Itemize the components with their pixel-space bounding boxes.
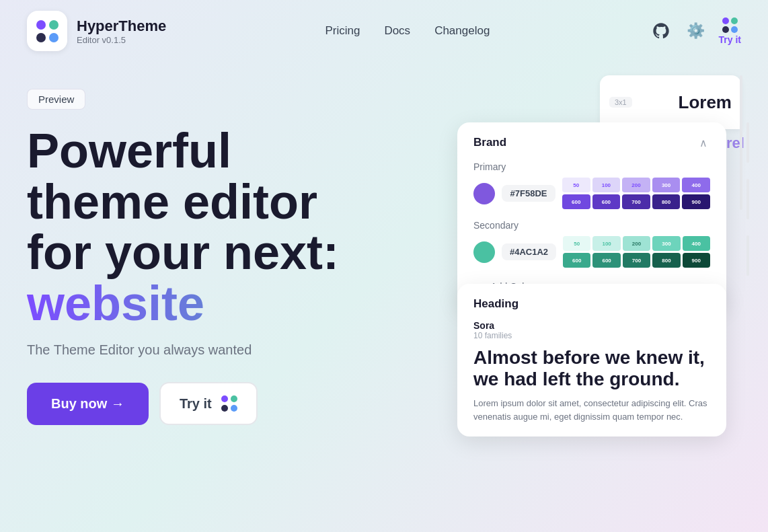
scroll-bar-2 [746,179,749,219]
try-it-nav-button[interactable]: Try it [719,17,741,45]
panel-top-size: 3x1 [609,97,632,108]
try-dot-3 [722,26,729,33]
try-it-button-dots [221,395,237,412]
primary-swatch[interactable] [473,183,495,204]
sec-shade-100: 100 [592,236,620,251]
settings-icon[interactable]: ⚙️ [684,19,708,43]
logo-dot-3 [36,33,46,42]
heading-line3: for your next: [27,225,339,279]
btn-dot-4 [231,405,237,412]
primary-shades-top: 50 100 200 300 400 [562,178,710,192]
shade-400: 400 [682,178,710,192]
shade-300: 300 [652,178,681,192]
heading-panel-title: Heading [473,297,710,311]
primary-label: Primary [473,161,710,172]
try-it-nav-label: Try it [719,34,741,45]
sec-shade-200: 200 [623,236,650,251]
panel-brand-title: Brand [473,136,506,149]
secondary-shades-top: 50 100 200 300 400 [563,236,710,251]
btn-dot-1 [221,395,228,402]
nav-right: ⚙️ Try it [649,17,741,45]
nav-left: HyperTheme Editor v0.1.5 [27,11,166,51]
nav-changelog[interactable]: Changelog [434,24,490,38]
shade-100: 100 [592,178,621,192]
try-it-dots [722,17,738,33]
try-it-button-label: Try it [180,396,212,412]
nav-docs[interactable]: Docs [384,24,410,38]
btn-dot-3 [221,405,228,412]
partial-text-right: rel [726,135,746,152]
sec-shade-900: 900 [683,253,710,268]
hero-left: Preview Powerful theme editor for your n… [27,82,444,425]
font-meta: Sora 10 families [473,320,710,340]
secondary-shades-container: 50 100 200 300 400 600 600 700 800 900 [563,236,710,268]
hero-right: 3x1 Lorem rel Brand ∧ Primary #7F58DE [430,75,741,425]
hero-section: Preview Powerful theme editor for your n… [0,62,768,425]
primary-shades-bottom: 600 600 700 800 900 [562,194,710,209]
scroll-bar-1 [746,122,749,163]
right-decorators [737,75,742,210]
secondary-content: #4AC1A2 50 100 200 300 400 600 600 700 [473,236,710,268]
logo [27,11,67,51]
font-families: 10 families [473,331,710,340]
sec-shade-800: 800 [652,253,680,268]
panel-heading: Heading Sora 10 families Almost before w… [457,284,726,436]
sec-shade-300: 300 [652,236,680,251]
nav-links: Pricing Docs Changelog [325,24,490,38]
buy-now-button[interactable]: Buy now → [27,383,149,425]
heading-line1: Powerful [27,124,231,178]
primary-shades-container: 50 100 200 300 400 600 600 700 800 900 [562,178,710,209]
logo-dot-2 [49,20,59,30]
shade-700: 700 [622,194,650,209]
sec-shade-600b: 600 [592,253,620,268]
try-dot-4 [731,26,738,33]
primary-content: #7F58DE 50 100 200 300 400 600 600 700 [473,178,710,209]
chevron-up-icon[interactable]: ∧ [697,136,710,149]
try-dot-2 [731,17,738,24]
try-it-button[interactable]: Try it [159,382,258,425]
shade-50: 50 [562,178,590,192]
sec-shade-700: 700 [623,253,650,268]
font-preview-body: Lorem ipsum dolor sit amet, consectetur … [473,397,710,423]
nav-pricing[interactable]: Pricing [325,24,360,38]
panel-brand-header: Brand ∧ [473,136,710,149]
shade-600a: 600 [562,194,590,209]
btn-dot-2 [231,395,237,402]
navbar: HyperTheme Editor v0.1.5 Pricing Docs Ch… [0,0,768,62]
scroll-bar-3 [746,235,749,276]
v-bar-1 [740,75,742,210]
sec-shade-600a: 600 [563,253,590,268]
shade-600b: 600 [592,194,621,209]
primary-hex[interactable]: #7F58DE [502,185,555,202]
sec-shade-50: 50 [563,236,590,251]
font-preview-text: Almost before we knew it, we had left th… [473,347,710,390]
primary-color-row: Primary #7F58DE 50 100 200 300 400 6 [473,161,710,209]
hero-buttons: Buy now → Try it [27,382,444,425]
panel-top-strip: 3x1 Lorem [600,75,741,129]
brand-version: Editor v0.1.5 [77,35,166,45]
heading-line2: theme editor [27,175,317,229]
secondary-shades-bottom: 600 600 700 800 900 [563,253,710,268]
hero-animated-word: website [27,278,444,330]
logo-dot-4 [49,33,59,42]
secondary-hex[interactable]: #4AC1A2 [502,243,556,260]
try-dot-1 [722,17,729,24]
secondary-swatch[interactable] [473,241,495,263]
shade-900: 900 [682,194,710,209]
secondary-label: Secondary [473,220,710,231]
scrollbar-decorators [746,122,749,276]
brand-name: HyperTheme [77,17,166,35]
preview-badge: Preview [27,89,85,110]
github-icon[interactable] [649,19,673,43]
hero-heading: Powerful theme editor for your next: web… [27,126,444,329]
logo-dots [36,20,59,42]
panel-top-lorem: Lorem [679,92,732,113]
shade-200: 200 [622,178,650,192]
logo-dot-1 [36,20,46,30]
shade-800: 800 [652,194,681,209]
brand-text: HyperTheme Editor v0.1.5 [77,17,166,45]
hero-subtext: The Theme Editor you always wanted [27,342,444,358]
font-name: Sora [473,320,710,331]
sec-shade-400: 400 [683,236,710,251]
secondary-color-row: Secondary #4AC1A2 50 100 200 300 400 [473,220,710,268]
